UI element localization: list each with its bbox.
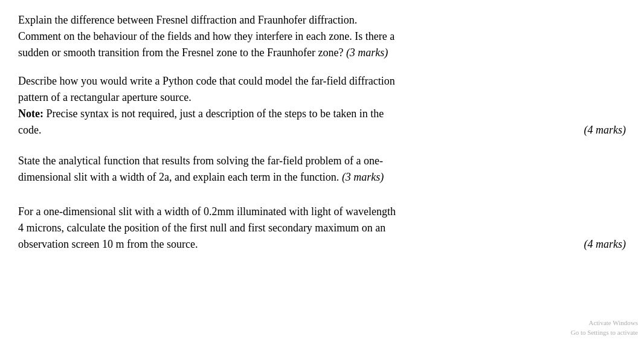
q4-last-line: observation screen 10 m from the source.… — [18, 236, 626, 253]
question-4-block: For a one-dimensional slit with a width … — [18, 204, 626, 253]
q2-marks: (4 marks) — [584, 122, 626, 138]
q1-line2: Comment on the behaviour of the fields a… — [18, 30, 394, 42]
q1-marks: (3 marks) — [346, 47, 388, 59]
q2-line4: code. — [18, 122, 41, 138]
q1-line3: sudden or smooth transition from the Fre… — [18, 47, 343, 59]
activate-windows-watermark: Activate Windows Go to Settings to activ… — [571, 318, 638, 337]
q2-line1: Describe how you would write a Python co… — [18, 75, 395, 87]
q4-line3: observation screen 10 m from the source. — [18, 236, 198, 253]
question-3-text: State the analytical function that resul… — [18, 153, 626, 186]
q4-line1: For a one-dimensional slit with a width … — [18, 205, 396, 218]
q2-last-line: code. (4 marks) — [18, 122, 626, 138]
question-2-block: Describe how you would write a Python co… — [18, 73, 626, 138]
watermark-line1: Activate Windows — [571, 318, 638, 327]
q3-line2: dimensional slit with a width of 2a, and… — [18, 171, 339, 183]
question-4-text: For a one-dimensional slit with a width … — [18, 204, 626, 253]
q2-note-text: Precise syntax is not required, just a d… — [43, 108, 384, 120]
q2-line2: pattern of a rectangular aperture source… — [18, 91, 192, 103]
watermark-line2: Go to Settings to activate — [571, 328, 638, 337]
question-1-text: Explain the difference between Fresnel d… — [18, 12, 626, 61]
question-2-text: Describe how you would write a Python co… — [18, 73, 626, 138]
question-1-block: Explain the difference between Fresnel d… — [18, 12, 626, 61]
q4-line2: 4 microns, calculate the position of the… — [18, 222, 385, 234]
q4-marks: (4 marks) — [584, 236, 626, 253]
question-3-block: State the analytical function that resul… — [18, 153, 626, 186]
q3-marks: (3 marks) — [342, 171, 384, 183]
q1-line1: Explain the difference between Fresnel d… — [18, 14, 357, 26]
q2-note-label: Note: — [18, 108, 43, 120]
q3-line1: State the analytical function that resul… — [18, 155, 383, 167]
